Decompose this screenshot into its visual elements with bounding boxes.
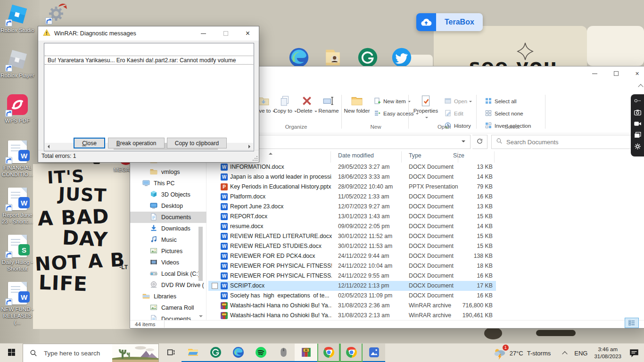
column-header-type[interactable]: Type — [409, 152, 421, 159]
desktop-icon-folder-person[interactable] — [322, 47, 343, 68]
minimize-button[interactable] — [584, 66, 605, 81]
file-row[interactable]: Wresume.docx09/09/2022 2:05 pmDOCX Docum… — [208, 222, 496, 231]
file-row[interactable]: WJapan is also a world leader in process… — [208, 172, 496, 182]
open-button[interactable]: Open — [444, 96, 472, 107]
break-operation-button[interactable]: Break operation — [108, 138, 165, 148]
refresh-button[interactable] — [472, 135, 487, 149]
copy-to-clipboard-button[interactable]: Copy to clipboard — [167, 138, 227, 148]
weather-button[interactable]: 1 — [493, 346, 507, 360]
file-row[interactable]: WREVIEWER FOR PHYSICAL FITNESS.docx24/11… — [208, 271, 496, 281]
rename-button[interactable]: Rename — [316, 95, 341, 114]
sidebar-scrollbar[interactable] — [198, 150, 203, 320]
details-view-button[interactable] — [625, 318, 639, 328]
new-folder-button[interactable]: New folder — [343, 95, 371, 114]
taskbar-app-chrome[interactable] — [317, 344, 340, 362]
file-row[interactable]: WREVIEW RELATED LITERATURE.docx30/01/202… — [208, 231, 496, 241]
close-button[interactable]: × — [627, 66, 644, 81]
tray-expand-icon[interactable] — [563, 351, 568, 355]
file-row[interactable]: Watashi-tachi Hana no Oshioki Bu! Ya...3… — [208, 311, 496, 320]
taskbar-app-winrar[interactable] — [295, 344, 317, 362]
sidebar-item-desktop[interactable]: Desktop — [130, 200, 206, 212]
language-indicator[interactable]: ENG — [574, 350, 587, 357]
file-row[interactable]: WSCRIPT.docx12/11/2022 1:13 pmDOCX Docum… — [208, 281, 496, 291]
edit-button[interactable]: Edit — [444, 108, 463, 119]
mouse-utility-icon — [278, 346, 289, 360]
winrar-dialog-titlebar[interactable]: WinRAR: Diagnostic messages × — [38, 26, 259, 41]
desktop-icon-new-fund-releases[interactable]: WNEW FUND - RELEASES (... — [0, 282, 34, 326]
desktop-icon-financial-conditio[interactable]: WFINANCIAL CONDITIO... — [0, 140, 34, 178]
sidebar-item-3d-objects[interactable]: 3D Objects — [130, 189, 206, 200]
terabox-widget[interactable]: TeraBox — [416, 13, 483, 31]
column-header-date-modified[interactable]: Date modified — [338, 152, 374, 159]
sidebar-item-videos[interactable]: Videos — [130, 257, 206, 268]
window-capture-button[interactable] — [632, 130, 643, 141]
file-size: 16 KB — [446, 272, 493, 279]
desktop-icon-grammarly[interactable] — [357, 47, 378, 68]
dialog-close-button[interactable]: × — [237, 26, 259, 41]
select-all-button[interactable]: Select all — [485, 96, 517, 107]
taskbar-app-edge[interactable] — [227, 344, 249, 362]
taskbar-app-grammarly[interactable] — [204, 344, 227, 362]
scrollbar-thumb[interactable] — [198, 227, 203, 281]
row-checkbox[interactable] — [212, 283, 218, 289]
task-view-button[interactable] — [159, 344, 182, 362]
file-row[interactable]: WREVIEWER FOR ED PCK4.docx24/11/2022 9:4… — [208, 251, 496, 261]
select-none-button[interactable]: Select none — [485, 108, 523, 119]
diagnostic-message-list[interactable]: Bu! Yararetara Yarikaesu... Ero Kaeshi d… — [44, 43, 254, 151]
scrollbar-down-icon[interactable] — [198, 313, 203, 319]
taskbar-search-input[interactable]: Type here to search — [23, 344, 159, 362]
file-row[interactable]: WSociety has high expectations of te...0… — [208, 291, 496, 301]
terabox-cloud-icon — [416, 13, 436, 31]
file-row[interactable]: WReport June 23.docx12/07/2023 9:27 amDO… — [208, 202, 496, 212]
ribbon-collapse-icon[interactable] — [639, 83, 643, 88]
clock[interactable]: 3:46 am 31/08/2023 — [594, 346, 621, 360]
desktop-icon-roblox-studio[interactable]: Roblox Studio — [0, 3, 34, 33]
taskbar-app-file-explorer[interactable] — [182, 344, 204, 362]
desktop-icon-roblox-player[interactable]: Roblox Player — [0, 48, 34, 79]
resize-grip[interactable] — [252, 156, 258, 161]
sidebar-item-documents[interactable]: Documents — [130, 313, 206, 320]
sidebar-item-pictures[interactable]: Pictures — [130, 246, 206, 257]
sidebar-item-local-disk-c[interactable]: Local Disk (C:) — [130, 268, 206, 280]
desktop-icon-wps-pdf[interactable]: WPS PDF — [0, 93, 34, 124]
dialog-minimize-button[interactable] — [192, 26, 215, 41]
file-row[interactable]: WPlatform.docx11/05/2022 1:33 amDOCX Doc… — [208, 192, 496, 202]
properties-button[interactable]: Properties — [412, 95, 439, 120]
sidebar-item-this-pc[interactable]: This PC — [130, 178, 206, 189]
column-header-size[interactable]: Size — [453, 152, 464, 159]
file-row[interactable]: WREVIEWER FOR PHYSICAL FITNESS!.do...24/… — [208, 261, 496, 271]
screenshot-button[interactable] — [632, 107, 643, 119]
sidebar-item-vmlogs[interactable]: vmlogs — [130, 166, 206, 178]
sidebar-item-music[interactable]: Music — [130, 234, 206, 246]
sidebar-item-dvd-rw-drive[interactable]: DVD RW Drive ( — [130, 280, 206, 291]
sidebar-item-documents[interactable]: Documents — [130, 212, 206, 223]
sidebar-item-downloads[interactable]: Downloads — [130, 223, 206, 234]
file-row[interactable]: WREVIEW RELATED STUDIES.docx30/01/2022 1… — [208, 241, 496, 251]
file-row[interactable]: PKey Periods in Educational History.pptx… — [208, 182, 496, 192]
diagnostic-message[interactable]: Bu! Yararetara Yarikaesu... Ero Kaeshi d… — [45, 56, 253, 65]
desktop-icon-edge[interactable] — [289, 47, 309, 68]
capture-settings-button[interactable] — [632, 141, 643, 153]
toolbar-menu-button[interactable] — [632, 96, 643, 107]
close-button[interactable]: Close — [74, 138, 105, 148]
file-row[interactable]: WREPORT.docx13/01/2023 1:43 amDOCX Docum… — [208, 212, 496, 222]
address-dropdown-icon[interactable] — [462, 140, 465, 144]
file-row[interactable]: Watashi-tachi Hana no Oshioki Bu! Ya...3… — [208, 301, 496, 311]
file-row[interactable]: WINFORMATION.docx29/05/2023 3:27 amDOCX … — [208, 162, 496, 172]
desktop-icon-daily-hulog-shortcut[interactable]: SDaily Hulog - Shortcut — [0, 235, 34, 272]
desktop-icon-system-tool[interactable] — [41, 1, 74, 24]
desktop-icon-twitter[interactable] — [391, 47, 412, 68]
sidebar-item-libraries[interactable]: Libraries — [130, 291, 206, 302]
maximize-button[interactable] — [605, 66, 627, 81]
record-button[interactable] — [632, 119, 643, 130]
sidebar-item-camera-roll[interactable]: Camera Roll — [130, 302, 206, 313]
start-button[interactable] — [0, 344, 23, 362]
taskbar-app-chrome[interactable] — [340, 344, 363, 362]
taskbar-app-photos[interactable] — [363, 344, 385, 362]
taskbar-app-spotify[interactable] — [249, 344, 272, 362]
desktop-icon-report-june-23-shortc[interactable]: WReport June 23 - Shortc... — [0, 188, 34, 225]
new-item-button[interactable]: New item — [373, 96, 411, 107]
search-input[interactable]: Search Documents — [491, 135, 636, 149]
taskbar-app-mouse-utility[interactable] — [272, 344, 295, 362]
action-center-button[interactable] — [629, 348, 639, 358]
